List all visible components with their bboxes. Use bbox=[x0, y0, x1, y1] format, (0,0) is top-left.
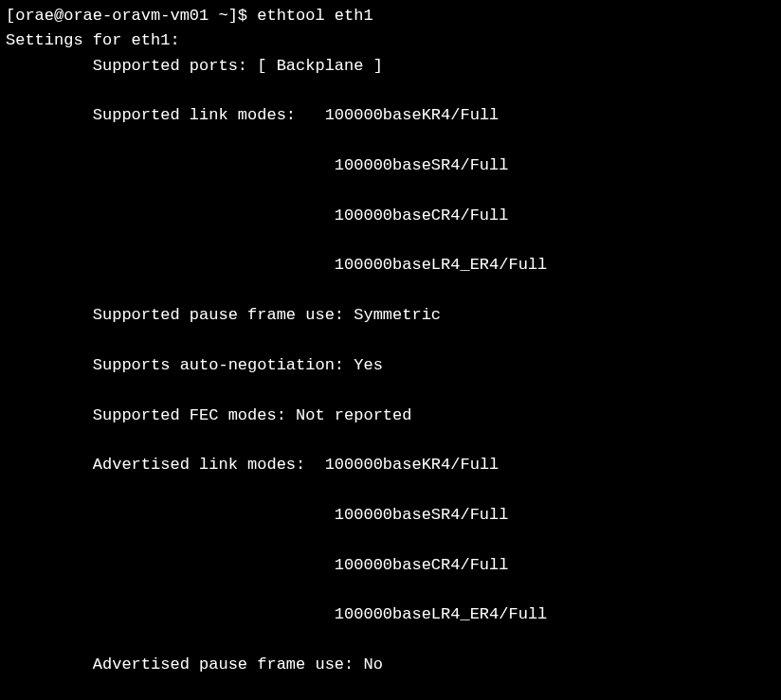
supported-link-mode-3: 100000baseLR4_ER4/Full bbox=[335, 253, 775, 278]
advertised-link-modes-label: Advertised link modes: bbox=[93, 456, 325, 474]
advertised-link-modes-row: Advertised link modes: 100000baseKR4/Ful… bbox=[93, 453, 775, 477]
command-input[interactable]: ethtool eth1 bbox=[257, 7, 372, 25]
supported-pause: Supported pause frame use: Symmetric bbox=[93, 303, 775, 328]
shell-prompt: [orae@orae-oravm-vm01 ~]$ bbox=[6, 7, 257, 25]
advertised-link-mode-3: 100000baseLR4_ER4/Full bbox=[335, 602, 775, 627]
settings-header: Settings for eth1: bbox=[6, 31, 180, 49]
advertised-link-mode-2: 100000baseCR4/Full bbox=[335, 553, 775, 578]
supported-ports: Supported ports: [ Backplane ] bbox=[93, 54, 775, 79]
supported-fec: Supported FEC modes: Not reported bbox=[93, 404, 775, 428]
supports-autoneg: Supports auto-negotiation: Yes bbox=[93, 353, 775, 378]
advertised-link-mode-0: 100000baseKR4/Full bbox=[325, 456, 499, 474]
advertised-pause: Advertised pause frame use: No bbox=[93, 653, 775, 677]
supported-link-modes-label: Supported link modes: bbox=[93, 106, 325, 124]
advertised-link-mode-1: 100000baseSR4/Full bbox=[335, 503, 775, 528]
supported-link-modes-row: Supported link modes: 100000baseKR4/Full bbox=[93, 103, 775, 128]
supported-link-mode-0: 100000baseKR4/Full bbox=[325, 106, 499, 124]
supported-link-mode-1: 100000baseSR4/Full bbox=[335, 153, 775, 178]
terminal-output: [orae@orae-oravm-vm01 ~]$ ethtool eth1 S… bbox=[6, 4, 775, 700]
supported-link-mode-2: 100000baseCR4/Full bbox=[335, 204, 775, 228]
